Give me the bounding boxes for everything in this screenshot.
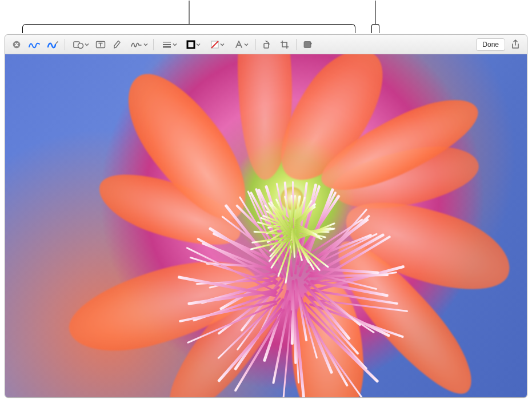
chevron-down-icon	[85, 42, 89, 47]
done-button[interactable]: Done	[476, 38, 505, 51]
toolbar-separator	[255, 39, 256, 50]
image-description-icon	[303, 40, 313, 49]
sign-button[interactable]	[127, 38, 150, 51]
fill-color-button[interactable]	[205, 38, 228, 51]
line-weight-icon	[162, 41, 172, 49]
shape-style-button[interactable]	[157, 38, 180, 51]
toolbar-separator	[65, 39, 65, 50]
toolbar-separator	[153, 39, 154, 50]
callout-stem-left	[189, 1, 189, 25]
chevron-down-icon	[196, 42, 201, 47]
crop-button[interactable]	[277, 38, 293, 51]
signature-icon	[130, 40, 143, 49]
share-icon	[511, 39, 520, 50]
rotate-button[interactable]	[259, 38, 275, 51]
draw-button[interactable]	[44, 38, 61, 51]
text-button[interactable]	[93, 38, 109, 51]
toolbar-separator	[296, 39, 297, 50]
font-icon	[234, 40, 243, 49]
close-button[interactable]	[9, 38, 25, 51]
shapes-button[interactable]	[69, 38, 91, 51]
fill-color-icon	[210, 40, 219, 49]
svg-rect-10	[264, 43, 269, 48]
chevron-down-icon	[143, 42, 148, 47]
sketch-icon	[28, 40, 41, 49]
done-button-label: Done	[482, 41, 499, 49]
close-icon	[13, 41, 21, 49]
markup-window: Done	[5, 34, 527, 398]
highlight-button[interactable]	[110, 38, 126, 51]
highlighter-icon	[113, 40, 123, 49]
border-color-button[interactable]	[181, 38, 204, 51]
text-icon	[95, 40, 106, 49]
callout-stem-right	[375, 1, 376, 25]
sketch-button[interactable]	[26, 38, 43, 51]
image-canvas[interactable]	[5, 54, 527, 397]
share-button[interactable]	[507, 38, 523, 51]
svg-rect-7	[187, 41, 194, 48]
shapes-icon	[73, 40, 84, 49]
chevron-down-icon	[220, 42, 225, 47]
border-color-icon	[186, 40, 195, 49]
draw-icon	[46, 40, 59, 49]
image-description-button[interactable]	[300, 38, 316, 51]
crop-icon	[280, 40, 289, 49]
callout-bracket-right	[371, 24, 379, 33]
svg-rect-11	[304, 41, 311, 47]
svg-point-2	[78, 43, 83, 48]
callout-bracket-left	[22, 24, 355, 33]
chevron-down-icon	[173, 42, 177, 47]
markup-toolbar: Done	[5, 35, 527, 54]
chevron-down-icon	[244, 42, 249, 47]
rotate-icon	[262, 40, 273, 49]
text-style-button[interactable]	[229, 38, 252, 51]
